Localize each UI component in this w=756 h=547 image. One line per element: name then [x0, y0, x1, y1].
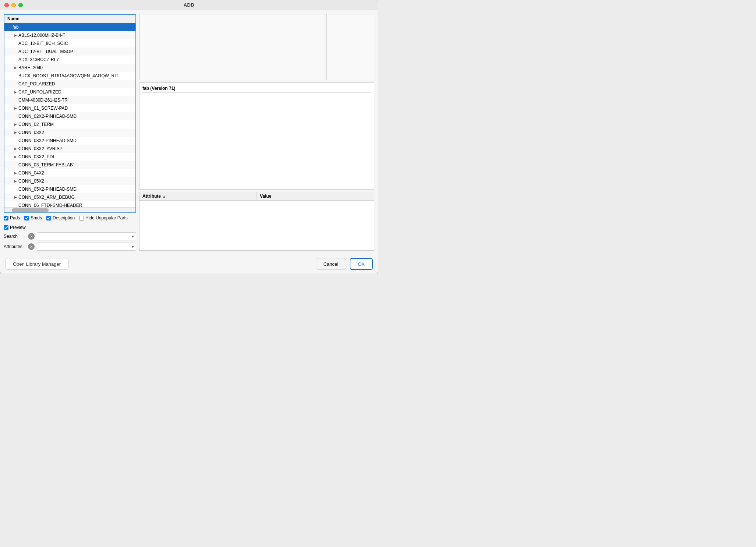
description-checkbox[interactable] [46, 216, 51, 220]
tree-item-conn05x2-arm[interactable]: ▶ CONN_05X2_ARM_DEBUG [4, 193, 135, 201]
tree-item-conn01[interactable]: ▶ CONN_01_SCREW-PAD [4, 104, 135, 112]
tree-item-label-cap-pol: CAP_POLARIZED [18, 81, 133, 87]
pads-checkbox-label[interactable]: Pads [4, 215, 20, 220]
preview-checkbox-label[interactable]: Preview [4, 225, 26, 230]
sort-arrow-icon[interactable]: ▲ [162, 194, 166, 198]
window-title: ADD [184, 2, 195, 8]
attributes-clear-button[interactable]: ✕ [28, 243, 35, 250]
tree-item-buck[interactable]: ▶ BUCK_BOOST_RT6154AGQWQFN_4AGQW_RIT [4, 72, 135, 80]
scrollbar-thumb[interactable] [12, 208, 49, 212]
tree-item-label-conn05x2-arm: CONN_05X2_ARM_DEBUG [18, 195, 133, 200]
tree-item-conn05x2[interactable]: ▶ CONN_05X2 [4, 177, 135, 185]
tree-item-cap-pol[interactable]: ▶ CAP_POLARIZED [4, 80, 135, 88]
expand-arrow-abls: ▶ [13, 32, 18, 38]
search-input[interactable] [37, 232, 136, 240]
preview-checkbox[interactable] [4, 225, 8, 230]
attributes-dropdown-arrow[interactable]: ▼ [131, 245, 135, 249]
tree-item-conn03-term-fablab[interactable]: ▶ CONN_03_TERM'-FABLAB' [4, 161, 135, 169]
preview-label: Preview [10, 225, 26, 230]
attr-col-label: Attribute [142, 194, 161, 199]
search-row: Search ✕ ▼ [4, 232, 136, 240]
tree-item-cmm[interactable]: ▶ CMM-4030D-261-I2S-TR [4, 96, 135, 104]
main-content: Name ▼ fab ▶ ABLS-12.000MHZ-B4-T [0, 10, 378, 254]
tree-item-conn03x2-pin[interactable]: ▶ CONN_03X2-PINHEAD-SMD [4, 137, 135, 145]
traffic-lights [4, 3, 23, 7]
attributes-input-container: ▼ [37, 243, 136, 251]
expand-arrow-conn01: ▶ [13, 105, 18, 111]
tree-scroll-area[interactable]: ▼ fab ▶ ABLS-12.000MHZ-B4-T ▶ ADC_12-BIT… [4, 23, 135, 207]
search-input-container: ▼ [37, 232, 136, 240]
ok-button[interactable]: OK [350, 258, 373, 270]
tree-item-adc12-dual[interactable]: ▶ ADC_12-BIT_DUAL_MSOP [4, 47, 135, 56]
component-tree[interactable]: Name ▼ fab ▶ ABLS-12.000MHZ-B4-T [4, 14, 136, 213]
attr-col-attribute: Attribute ▲ [139, 192, 257, 200]
main-window: ADD Name ▼ fab ▶ ABLS-12.000MHZ-B4-T [0, 0, 378, 274]
search-label: Search [4, 234, 26, 239]
tree-item-adxl[interactable]: ▶ ADXL343BCCZ-RL7 [4, 56, 135, 64]
expand-arrow-conn05x2: ▶ [13, 178, 18, 184]
tree-item-conn06-ftdi[interactable]: ▶ CONN_06_FTDI-SMD-HEADER [4, 201, 135, 207]
tree-item-label-conn03-term-fablab: CONN_03_TERM'-FABLAB' [18, 162, 133, 167]
expand-arrow-conn03x2: ▶ [13, 130, 18, 135]
preview-area [139, 14, 374, 80]
close-button[interactable] [4, 3, 9, 7]
tree-item-label-conn05x2: CONN_05X2 [18, 179, 133, 184]
left-panel: Name ▼ fab ▶ ABLS-12.000MHZ-B4-T [4, 14, 136, 251]
open-library-manager-button[interactable]: Open Library Manager [5, 258, 68, 270]
pads-label: Pads [10, 215, 20, 220]
tree-item-label-fab: fab [13, 25, 133, 30]
maximize-button[interactable] [18, 3, 23, 7]
schematic-preview [139, 14, 325, 80]
hide-unpopular-checkbox-label[interactable]: Hide Unpopular Parts [79, 215, 128, 220]
cancel-button[interactable]: Cancel [316, 258, 346, 270]
tree-item-conn03x2[interactable]: ▶ CONN_03X2 [4, 128, 135, 137]
tree-item-conn05x2-pin[interactable]: ▶ CONN_05X2-PINHEAD-SMD [4, 185, 135, 193]
tree-item-conn03x2-avr[interactable]: ▶ CONN_03X2_AVRISP [4, 145, 135, 153]
tree-item-label-adc12-8: ADC_12-BIT_8CH_SOIC [18, 41, 133, 46]
tree-item-label-adxl: ADXL343BCCZ-RL7 [18, 57, 133, 62]
pads-checkbox[interactable] [4, 216, 8, 220]
tree-item-conn02x2[interactable]: ▶ CONN_02X2-PINHEAD-SMD [4, 112, 135, 120]
tree-item-label-conn02-term: CONN_02_TERM [18, 122, 133, 127]
tree-item-abls[interactable]: ▶ ABLS-12.000MHZ-B4-T [4, 31, 135, 39]
smds-checkbox[interactable] [24, 216, 29, 220]
hide-unpopular-checkbox[interactable] [79, 216, 84, 220]
tree-item-label-conn03x2-avr: CONN_03X2_AVRISP [18, 146, 133, 151]
tree-item-label-conn01: CONN_01_SCREW-PAD [18, 106, 133, 111]
description-label: Description [53, 215, 75, 220]
hide-unpopular-label: Hide Unpopular Parts [85, 215, 128, 220]
tree-item-fab[interactable]: ▼ fab [4, 23, 135, 31]
tree-item-bare2040[interactable]: ▶ BARE_2040 [4, 64, 135, 72]
tree-item-label-cap-unpol: CAP_UNPOLARIZED [18, 89, 133, 95]
tree-item-conn02-term[interactable]: ▶ CONN_02_TERM [4, 120, 135, 128]
tree-item-label-conn05x2-pin: CONN_05X2-PINHEAD-SMD [18, 187, 133, 192]
smds-checkbox-label[interactable]: Smds [24, 215, 42, 220]
checkbox-group: Pads Smds Description Hide Unpopular Par… [4, 215, 136, 230]
expand-arrow-conn05x2-arm: ▶ [13, 194, 18, 200]
tree-item-conn03x2-pdi[interactable]: ▶ CONN_03X2_PDI [4, 153, 135, 161]
tree-item-label-bare2040: BARE_2040 [18, 65, 133, 70]
value-col-label: Value [260, 194, 271, 199]
attributes-table: Attribute ▲ Value [139, 192, 374, 251]
right-panel: fab (Version 71) Attribute ▲ Value [139, 14, 374, 251]
tree-item-label-cmm: CMM-4030D-261-I2S-TR [18, 98, 133, 103]
titlebar: ADD [0, 0, 378, 10]
attributes-row: Attributes ✕ ▼ [4, 243, 136, 251]
tree-item-label-buck: BUCK_BOOST_RT6154AGQWQFN_4AGQW_RIT [18, 73, 133, 78]
footer-right: Cancel OK [316, 258, 373, 270]
tree-item-label-conn04x2: CONN_04X2 [18, 170, 133, 176]
attributes-input[interactable] [37, 243, 136, 251]
expand-arrow-conn03x2-pdi: ▶ [13, 154, 18, 160]
footer: Open Library Manager Cancel OK [0, 254, 378, 274]
minimize-button[interactable] [11, 3, 16, 7]
search-dropdown-arrow[interactable]: ▼ [131, 234, 135, 239]
search-clear-button[interactable]: ✕ [28, 233, 35, 240]
tree-item-adc12-8[interactable]: ▶ ADC_12-BIT_8CH_SOIC [4, 39, 135, 47]
tree-item-conn04x2[interactable]: ▶ CONN_04X2 [4, 169, 135, 177]
tree-item-cap-unpol[interactable]: ▶ CAP_UNPOLARIZED [4, 88, 135, 96]
expand-arrow-cap-unpol: ▶ [13, 89, 18, 95]
footer-left: Open Library Manager [5, 258, 68, 270]
tree-item-label-conn03x2: CONN_03X2 [18, 130, 133, 135]
description-checkbox-label[interactable]: Description [46, 215, 75, 220]
horizontal-scrollbar[interactable] [4, 207, 135, 212]
